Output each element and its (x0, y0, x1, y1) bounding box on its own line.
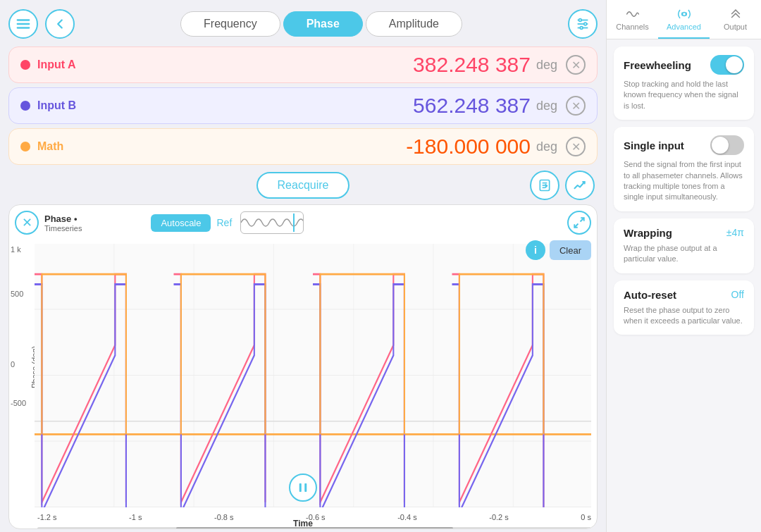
freewheeling-desc: Stop tracking and hold the last known fr… (624, 79, 744, 111)
input-b-dot (20, 101, 30, 111)
chart-close-button[interactable]: ✕ (15, 211, 39, 235)
controls-row: Reacquire (8, 171, 598, 200)
x-tick-5: -0.2 s (489, 513, 509, 521)
setting-wrapping: Wrapping ±4π Wrap the phase output at a … (614, 218, 754, 273)
x-tick-2: -0.8 s (214, 513, 234, 521)
input-b-unit: deg (536, 99, 557, 113)
right-nav: Channels Advanced Output (607, 0, 761, 39)
nav-advanced-label: Advanced (667, 23, 701, 31)
setting-single-input: Single input Send the signal from the fi… (614, 127, 754, 211)
freewheeling-knob (726, 56, 743, 73)
nav-output-label: Output (724, 23, 747, 31)
math-value: -180.000 000 (101, 135, 536, 159)
svg-point-29 (682, 12, 686, 16)
tab-frequency[interactable]: Frequency (180, 11, 280, 37)
setting-auto-reset: Auto-reset Off Reset the phase output to… (614, 280, 754, 335)
chart-container: ✕ Phase • Timeseries Autoscale Ref (8, 204, 598, 529)
x-tick-6: 0 s (581, 513, 591, 521)
input-a-row: Input A 382.248 387 deg ✕ (8, 47, 598, 83)
input-b-value: 562.248 387 (101, 94, 536, 118)
x-tick-0: -1.2 s (37, 513, 57, 521)
svg-rect-28 (304, 483, 307, 492)
ref-button[interactable]: Ref (216, 217, 232, 228)
chart-subtitle: Timeseries (44, 224, 82, 233)
settings-button[interactable] (568, 9, 598, 39)
chart-info-bar: i Clear (526, 240, 591, 260)
input-a-unit: deg (536, 58, 557, 73)
svg-point-7 (584, 23, 587, 25)
auto-reset-row: Auto-reset Off (624, 289, 744, 301)
single-input-row: Single input (624, 135, 744, 155)
wrapping-name: Wrapping (624, 227, 672, 239)
trend-button[interactable] (565, 171, 595, 200)
top-bar: Frequency Phase Amplitude (8, 7, 598, 41)
auto-reset-name: Auto-reset (624, 289, 676, 301)
freewheeling-row: Freewheeling (624, 55, 744, 75)
math-unit: deg (536, 140, 557, 154)
chart-toolbar: ✕ Phase • Timeseries Autoscale Ref (15, 211, 591, 235)
chart-scrollbar-thumb[interactable] (176, 527, 453, 529)
expand-button[interactable] (567, 211, 591, 235)
tab-phase[interactable]: Phase (283, 11, 363, 37)
input-a-label: Input A (37, 58, 101, 71)
nav-advanced[interactable]: Advanced (658, 0, 710, 39)
input-b-close[interactable]: ✕ (566, 96, 586, 116)
svg-point-8 (580, 27, 583, 30)
math-dot (20, 142, 30, 151)
autoscale-button[interactable]: Autoscale (151, 214, 211, 232)
wrapping-value[interactable]: ±4π (726, 227, 744, 238)
right-panel: Channels Advanced Output Freewheeling (606, 0, 761, 532)
svg-point-6 (579, 19, 582, 22)
auto-reset-desc: Reset the phase output to zero when it e… (624, 305, 744, 327)
math-close[interactable]: ✕ (566, 137, 586, 156)
main-panel: Frequency Phase Amplitude Input A 382.24… (0, 0, 606, 532)
math-row: Math -180.000 000 deg ✕ (8, 128, 598, 165)
top-bar-left (8, 9, 75, 39)
clear-button[interactable]: Clear (550, 240, 591, 260)
x-tick-1: -1 s (129, 513, 142, 521)
info-icon[interactable]: i (526, 240, 545, 260)
nav-output[interactable]: Output (710, 0, 761, 39)
input-b-row: Input B 562.248 387 deg ✕ (8, 87, 598, 124)
math-label: Math (37, 140, 101, 153)
freewheeling-name: Freewheeling (624, 59, 691, 71)
right-settings: Freewheeling Stop tracking and hold the … (607, 39, 761, 532)
single-input-toggle[interactable] (710, 135, 744, 155)
freewheeling-toggle[interactable] (710, 55, 744, 75)
waveform-preview (240, 211, 304, 234)
single-input-knob (712, 137, 729, 154)
wrapping-row: Wrapping ±4π (624, 227, 744, 239)
reacquire-button[interactable]: Reacquire (256, 172, 350, 199)
chart-scrollbar[interactable] (37, 527, 591, 529)
chart-svg-wrap: 1 k 500 0 -500 (35, 244, 591, 507)
x-axis-ticks: -1.2 s -1 s -0.8 s -0.6 s -0.4 s -0.2 s … (37, 513, 591, 521)
input-a-dot (20, 60, 30, 70)
tab-amplitude[interactable]: Amplitude (366, 11, 462, 37)
single-input-desc: Send the signal from the first input to … (624, 159, 744, 203)
x-tick-4: -0.4 s (397, 513, 417, 521)
menu-button[interactable] (8, 9, 38, 39)
input-b-label: Input B (37, 99, 101, 112)
auto-reset-value[interactable]: Off (731, 289, 744, 300)
tab-group: Frequency Phase Amplitude (75, 11, 568, 37)
nav-channels-label: Channels (616, 23, 648, 31)
chart-title-block: Phase • Timeseries (44, 214, 82, 233)
single-input-name: Single input (624, 140, 684, 151)
input-rows: Input A 382.248 387 deg ✕ Input B 562.24… (8, 47, 598, 165)
pause-button[interactable] (289, 474, 317, 502)
chart-title: Phase • (44, 214, 82, 224)
input-a-value: 382.248 387 (101, 53, 536, 77)
setting-freewheeling: Freewheeling Stop tracking and hold the … (614, 47, 754, 120)
input-a-close[interactable]: ✕ (566, 55, 586, 75)
svg-rect-27 (299, 483, 302, 492)
back-button[interactable] (45, 9, 75, 39)
wrapping-desc: Wrap the phase output at a particular va… (624, 243, 744, 265)
nav-channels[interactable]: Channels (607, 0, 658, 39)
notes-button[interactable] (530, 171, 559, 200)
